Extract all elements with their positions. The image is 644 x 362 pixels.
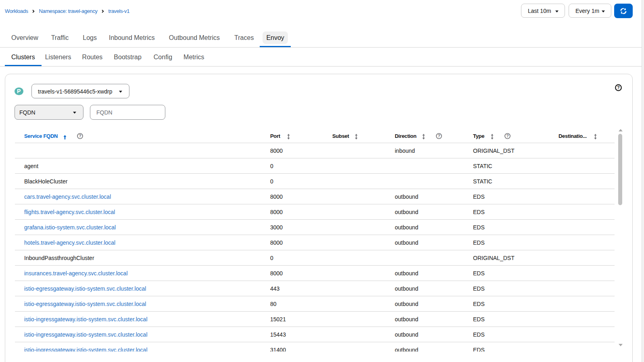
svg-text:?: ?: [506, 134, 509, 138]
svg-text:?: ?: [438, 134, 440, 138]
svg-text:?: ?: [617, 85, 619, 90]
svg-text:?: ?: [79, 134, 81, 138]
